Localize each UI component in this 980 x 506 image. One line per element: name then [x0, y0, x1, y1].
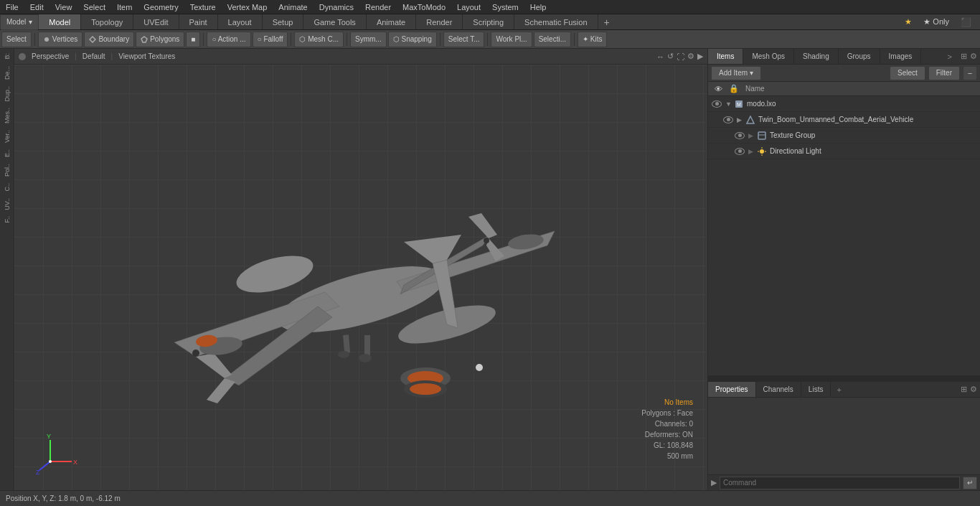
- selection-sets-button[interactable]: Selecti...: [534, 32, 571, 47]
- viewport-fullscreen-icon[interactable]: ⛶: [677, 52, 684, 61]
- viewport-canvas[interactable]: No Items Polygons : Face Channels: 0 Def…: [14, 65, 707, 490]
- items-minus-button[interactable]: −: [963, 66, 977, 80]
- menu-layout[interactable]: Layout: [451, 1, 486, 13]
- tab-schematic[interactable]: Schematic Fusion: [514, 14, 598, 29]
- menu-dynamics[interactable]: Dynamics: [314, 1, 359, 13]
- action-button[interactable]: ○ Action ...: [207, 32, 250, 47]
- menu-texture[interactable]: Texture: [184, 1, 222, 13]
- tabs-bar: Model ▾ Model Topology UVEdit Paint Layo…: [0, 14, 980, 30]
- menu-help[interactable]: Help: [524, 1, 552, 13]
- svg-line-24: [39, 462, 50, 470]
- command-input[interactable]: [720, 477, 960, 489]
- tab-gametools[interactable]: Game Tools: [303, 14, 367, 29]
- tab-animate[interactable]: Animate: [367, 14, 416, 29]
- menu-item[interactable]: Item: [111, 1, 138, 13]
- select-tool-button[interactable]: Select: [1, 32, 32, 47]
- select-button[interactable]: Select: [890, 66, 925, 80]
- prop-settings-icon[interactable]: ⚙: [970, 385, 977, 394]
- menu-system[interactable]: System: [486, 1, 524, 13]
- menu-animate[interactable]: Animate: [273, 1, 313, 13]
- sidebar-item-e[interactable]: E..: [2, 146, 12, 160]
- panel-tab-shading[interactable]: Shading: [794, 49, 839, 64]
- mode-btn[interactable]: ■: [186, 32, 200, 47]
- maximize-icon[interactable]: ⬛: [956, 16, 976, 29]
- sidebar-item-dup[interactable]: Dup..: [2, 83, 12, 105]
- tab-layout[interactable]: Layout: [218, 14, 263, 29]
- menu-file[interactable]: File: [0, 1, 24, 13]
- viewport-render-mode-label[interactable]: Default: [83, 52, 105, 60]
- sidebar-item-pol[interactable]: Pol..: [2, 161, 12, 179]
- prop-expand-icon[interactable]: ⊞: [961, 385, 967, 394]
- visibility-btn-light[interactable]: [734, 146, 745, 157]
- viewport-perspective-label[interactable]: Perspective: [32, 52, 69, 60]
- viewport-rotate-icon[interactable]: ↺: [667, 52, 674, 61]
- add-tab-button[interactable]: +: [598, 14, 616, 30]
- channels-status: Channels: 0: [641, 418, 693, 429]
- prop-tab-channels[interactable]: Channels: [756, 382, 801, 397]
- tab-topology[interactable]: Topology: [81, 14, 133, 29]
- tab-paint[interactable]: Paint: [179, 14, 218, 29]
- menu-select[interactable]: Select: [77, 1, 111, 13]
- sidebar-item-c[interactable]: C..: [2, 180, 12, 195]
- falloff-button[interactable]: ○ Falloff: [253, 32, 288, 47]
- visibility-btn-modo[interactable]: [711, 98, 722, 110]
- tab-uvedit[interactable]: UVEdit: [133, 14, 179, 29]
- panel-settings-icon[interactable]: ⚙: [970, 52, 977, 61]
- panel-tab-groups[interactable]: Groups: [839, 49, 880, 64]
- select-through-button[interactable]: Select T...: [443, 32, 485, 47]
- viewport-shading-label[interactable]: Viewport Textures: [118, 52, 175, 60]
- tab-render[interactable]: Render: [416, 14, 463, 29]
- prop-tab-lists[interactable]: Lists: [801, 382, 831, 397]
- sidebar-item-uv[interactable]: UV..: [2, 195, 12, 213]
- add-item-button[interactable]: Add Item ▾: [711, 66, 761, 80]
- menu-maxtomodo[interactable]: MaxToModo: [397, 1, 451, 13]
- tab-scripting[interactable]: Scripting: [463, 14, 514, 29]
- list-item[interactable]: ▼ M modo.lxo: [708, 96, 980, 112]
- filter-button[interactable]: Filter: [928, 66, 960, 80]
- polygons-mode-button[interactable]: Polygons: [136, 32, 184, 47]
- kits-button[interactable]: ✦ Kits: [578, 32, 607, 47]
- panel-tab-images[interactable]: Images: [880, 49, 922, 64]
- sidebar-item-ver[interactable]: Ver..: [2, 127, 12, 146]
- mesh-constraint-button[interactable]: ⬡ Mesh C...: [294, 32, 344, 47]
- panel-tab-items[interactable]: Items: [708, 49, 743, 64]
- viewport-settings-icon[interactable]: ⚙: [687, 52, 694, 61]
- list-item[interactable]: ▶ Directional Light: [708, 144, 980, 159]
- prop-tab-plus[interactable]: +: [831, 383, 847, 396]
- work-plane-button[interactable]: Work Pl...: [491, 32, 532, 47]
- sidebar-item-f[interactable]: F..: [2, 213, 12, 226]
- expand-btn-twin[interactable]: ▶: [737, 116, 745, 123]
- panel-tab-icons: ⊞ ⚙: [958, 52, 980, 61]
- panel-expand-icon[interactable]: ⊞: [961, 52, 967, 61]
- list-item[interactable]: ▶ Twin_Boom_Unmanned_Combat_Aerial_Vehic…: [708, 112, 980, 128]
- expand-btn-light[interactable]: ▶: [748, 148, 757, 155]
- expand-btn-modo[interactable]: ▼: [725, 100, 734, 108]
- menu-render[interactable]: Render: [359, 1, 397, 13]
- menu-edit[interactable]: Edit: [24, 1, 50, 13]
- viewport-play-icon[interactable]: ▶: [697, 52, 703, 61]
- menu-view[interactable]: View: [50, 1, 78, 13]
- panel-tab-more[interactable]: >: [942, 50, 958, 63]
- menu-vertex-map[interactable]: Vertex Map: [222, 1, 273, 13]
- visibility-btn-texture[interactable]: [734, 130, 745, 141]
- command-arrow-icon[interactable]: ▶: [711, 478, 717, 487]
- symmetry-button[interactable]: Symm...: [350, 32, 387, 47]
- expand-btn-texture[interactable]: ▶: [748, 132, 757, 139]
- tab-setup[interactable]: Setup: [263, 14, 304, 29]
- points-mode-button[interactable]: Vertices: [38, 32, 83, 47]
- prop-tab-properties[interactable]: Properties: [708, 382, 756, 397]
- tab-model[interactable]: Model: [39, 14, 81, 29]
- visibility-btn-twin[interactable]: [722, 114, 734, 126]
- viewport-fit-icon[interactable]: ↔: [656, 52, 664, 61]
- snapping-button[interactable]: ⬡ Snapping: [388, 32, 437, 47]
- eye-icon-light: [735, 148, 745, 155]
- sidebar-item-mes[interactable]: Mes..: [2, 105, 12, 126]
- default-layouts-button[interactable]: Model ▾: [0, 14, 39, 30]
- sidebar-item-de[interactable]: De...: [2, 63, 12, 83]
- panel-tab-meshops[interactable]: Mesh Ops: [743, 49, 794, 64]
- sidebar-item-b[interactable]: B:: [2, 50, 12, 62]
- boundary-mode-button[interactable]: Boundary: [84, 32, 134, 47]
- menu-geometry[interactable]: Geometry: [138, 1, 184, 13]
- list-item[interactable]: ▶ Texture Group: [708, 128, 980, 144]
- command-enter-button[interactable]: ↵: [963, 477, 977, 489]
